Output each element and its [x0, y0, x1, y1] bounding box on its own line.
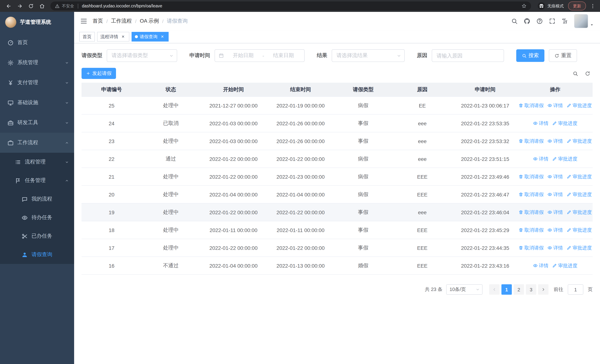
action-progress-link[interactable]: 审批进度	[567, 102, 592, 109]
create-leave-button[interactable]: 发起请假	[82, 68, 116, 79]
sidebar-item[interactable]: 基础设施	[0, 93, 74, 113]
sidebar-item[interactable]: 任务管理	[0, 171, 74, 190]
help-icon[interactable]	[536, 18, 543, 24]
tag-item[interactable]: 首页	[79, 32, 95, 42]
action-progress-link[interactable]: 审批进度	[552, 156, 577, 162]
action-cancel-link[interactable]: 取消请假	[518, 138, 544, 144]
action-progress-link[interactable]: 审批进度	[567, 138, 592, 144]
sidebar-item[interactable]: 请假查询	[0, 245, 74, 264]
sidebar-logo[interactable]: 芋道管理系统	[0, 12, 74, 33]
chevron-down-icon	[169, 53, 174, 58]
sidebar-item-label: 基础设施	[18, 99, 65, 106]
page-size-select[interactable]: 10条/页	[446, 284, 483, 295]
cell-apply_time: 2022-01-22 23:51:15	[452, 150, 518, 168]
goto-page-input[interactable]	[568, 284, 583, 295]
update-button[interactable]: 更新	[568, 1, 586, 10]
action-progress-link[interactable]: 审批进度	[567, 173, 592, 180]
font-size-icon[interactable]	[562, 18, 568, 24]
action-cancel-link[interactable]: 取消请假	[518, 244, 544, 251]
reason-input[interactable]	[432, 49, 504, 62]
browser-menu-icon[interactable]	[589, 1, 596, 11]
breadcrumb-item[interactable]: 首页	[93, 18, 103, 24]
reset-button[interactable]: 重置	[549, 49, 577, 62]
breadcrumb-separator: /	[106, 18, 108, 24]
sidebar-item-label: 研发工具	[18, 119, 65, 126]
sidebar-item[interactable]: 工作流程	[0, 133, 74, 153]
apply-time-label: 申请时间	[189, 52, 210, 59]
tag-item[interactable]: 流程详情×	[97, 32, 129, 42]
apply-time-range-picker[interactable]: 开始日期 - 结束日期	[215, 49, 305, 62]
url-text[interactable]: dashboard.yudao.iocoder.cn/bpm/oa/leave	[82, 4, 162, 8]
fullscreen-icon[interactable]	[549, 18, 555, 24]
action-cancel-link[interactable]: 取消请假	[518, 227, 544, 233]
page-button[interactable]: 2	[514, 284, 524, 295]
cell-start: 2022-01-22 00:00:00	[200, 203, 267, 221]
hamburger-icon[interactable]	[80, 18, 87, 25]
table-row: 20处理中2022-01-04 00:00:002022-01-04 00:00…	[82, 186, 593, 203]
sidebar-item[interactable]: 待办任务	[0, 208, 74, 227]
action-label: 详情	[553, 138, 563, 144]
prev-page-button[interactable]	[489, 284, 500, 295]
github-icon[interactable]	[524, 18, 530, 24]
sidebar-item[interactable]: 支付管理	[0, 73, 74, 93]
cell-id: 22	[82, 150, 141, 168]
url-bar[interactable]: 不安全 dashboard.yudao.iocoder.cn/bpm/oa/le…	[50, 1, 531, 10]
cell-start: 2022-01-22 00:00:00	[200, 239, 267, 257]
action-detail-link[interactable]: 详情	[547, 209, 563, 215]
action-detail-link[interactable]: 详情	[533, 156, 548, 162]
action-cancel-link[interactable]: 取消请假	[518, 209, 544, 215]
action-detail-link[interactable]: 详情	[547, 173, 563, 180]
action-progress-link[interactable]: 审批进度	[567, 244, 592, 251]
tag-item[interactable]: 请假查询×	[131, 32, 169, 42]
page-button[interactable]: 1	[501, 284, 512, 295]
gear-icon	[7, 59, 14, 66]
sidebar-item[interactable]: 首页	[0, 33, 74, 53]
header-search-icon[interactable]	[511, 18, 518, 24]
sidebar-item[interactable]: 系统管理	[0, 53, 74, 73]
leave-type-select[interactable]: 请选择请假类型	[107, 49, 177, 62]
close-icon[interactable]: ×	[120, 34, 126, 40]
result-select[interactable]: 请选择流结果	[332, 49, 405, 62]
sidebar-item[interactable]: 我的流程	[0, 190, 74, 208]
sidebar-item[interactable]: 已办任务	[0, 227, 74, 245]
action-cancel-link[interactable]: 取消请假	[518, 191, 544, 198]
row-actions: 详情审批进度	[518, 262, 593, 269]
action-detail-link[interactable]: 详情	[547, 102, 563, 109]
cell-apply_time: 2022-01-22 23:45:29	[452, 221, 518, 239]
next-page-button[interactable]	[538, 284, 548, 295]
sidebar-item[interactable]: 研发工具	[0, 113, 74, 133]
breadcrumb-item[interactable]: OA 示例	[140, 18, 159, 24]
action-progress-link[interactable]: 审批进度	[552, 120, 577, 127]
cell-end: 2022-01-22 00:00:00	[267, 239, 334, 257]
breadcrumb-separator: /	[135, 18, 136, 24]
breadcrumb-item[interactable]: 工作流程	[111, 18, 132, 24]
browser-home-icon[interactable]	[37, 1, 47, 11]
action-progress-link[interactable]: 审批进度	[552, 262, 577, 269]
action-progress-link[interactable]: 审批进度	[567, 227, 592, 233]
page-button[interactable]: 3	[526, 284, 536, 295]
user-avatar[interactable]	[574, 14, 594, 28]
incognito-label: 无痕模式	[547, 3, 564, 9]
search-button[interactable]: 搜索	[516, 49, 544, 62]
not-secure-label[interactable]: 不安全	[62, 3, 74, 9]
action-detail-link[interactable]: 详情	[533, 262, 548, 269]
action-detail-link[interactable]: 详情	[547, 244, 563, 251]
breadcrumb-item: 请假查询	[167, 18, 188, 24]
close-icon[interactable]: ×	[159, 34, 165, 40]
action-progress-link[interactable]: 审批进度	[567, 209, 592, 215]
bookmark-star-icon[interactable]	[521, 3, 527, 9]
action-detail-link[interactable]: 详情	[533, 120, 548, 127]
action-detail-link[interactable]: 详情	[547, 138, 563, 144]
reload-icon[interactable]	[26, 1, 36, 11]
action-detail-link[interactable]: 详情	[547, 191, 563, 198]
toggle-search-icon[interactable]	[572, 71, 578, 76]
action-progress-link[interactable]: 审批进度	[567, 191, 592, 198]
action-detail-link[interactable]: 详情	[547, 227, 563, 233]
forward-icon[interactable]	[15, 1, 24, 11]
back-icon[interactable]	[4, 1, 13, 11]
action-cancel-link[interactable]: 取消请假	[518, 173, 544, 180]
table-refresh-icon[interactable]	[585, 71, 590, 76]
cell-status: 处理中	[141, 239, 200, 257]
sidebar-item[interactable]: 流程管理	[0, 153, 74, 171]
action-cancel-link[interactable]: 取消请假	[518, 102, 544, 109]
